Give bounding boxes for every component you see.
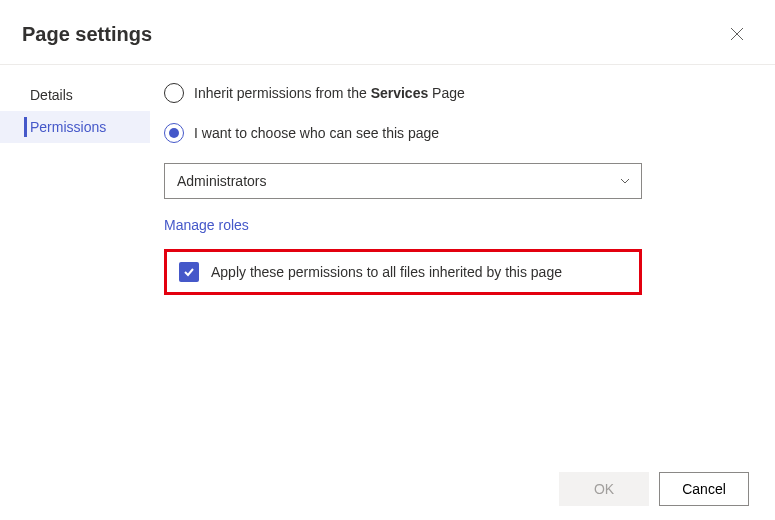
- radio-inherit-label[interactable]: Inherit permissions from the Services Pa…: [194, 85, 465, 101]
- apply-permissions-label[interactable]: Apply these permissions to all files inh…: [211, 264, 562, 280]
- roles-dropdown-value: Administrators: [177, 173, 266, 189]
- radio-inherit-label-suffix: Page: [428, 85, 465, 101]
- chevron-down-icon: [619, 175, 631, 187]
- radio-inherit-label-prefix: Inherit permissions from the: [194, 85, 371, 101]
- dialog-body: Details Permissions Inherit permissions …: [0, 65, 775, 458]
- dialog-header: Page settings: [0, 0, 775, 65]
- highlight-apply-permissions: Apply these permissions to all files inh…: [164, 249, 642, 295]
- tab-details[interactable]: Details: [0, 79, 150, 111]
- radio-inherit[interactable]: [164, 83, 184, 103]
- ok-button[interactable]: OK: [559, 472, 649, 506]
- radio-row-choose[interactable]: I want to choose who can see this page: [164, 123, 755, 143]
- manage-roles-link[interactable]: Manage roles: [164, 217, 249, 233]
- radio-choose[interactable]: [164, 123, 184, 143]
- radio-choose-label[interactable]: I want to choose who can see this page: [194, 125, 439, 141]
- close-icon: [730, 27, 744, 41]
- dialog-title: Page settings: [22, 23, 152, 46]
- radio-row-inherit[interactable]: Inherit permissions from the Services Pa…: [164, 83, 755, 103]
- close-button[interactable]: [721, 18, 753, 50]
- cancel-button[interactable]: Cancel: [659, 472, 749, 506]
- apply-permissions-checkbox[interactable]: [179, 262, 199, 282]
- tab-content: Inherit permissions from the Services Pa…: [150, 65, 775, 458]
- tab-permissions[interactable]: Permissions: [0, 111, 150, 143]
- radio-inherit-label-bold: Services: [371, 85, 429, 101]
- roles-dropdown[interactable]: Administrators: [164, 163, 642, 199]
- dialog-footer: OK Cancel: [0, 458, 775, 520]
- checkmark-icon: [182, 265, 196, 279]
- tab-list: Details Permissions: [0, 65, 150, 458]
